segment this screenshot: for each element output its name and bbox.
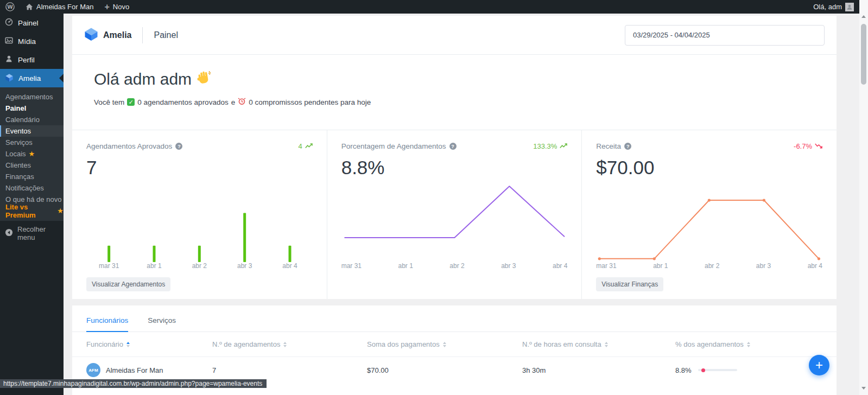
trend-up-icon [560, 142, 567, 150]
trend-badge: -6.7% [794, 142, 822, 150]
sidebar-item-painel[interactable]: Painel [0, 14, 64, 32]
progress-dot [701, 368, 705, 372]
user-avatar [845, 3, 854, 11]
svg-text:W: W [7, 4, 13, 10]
star-icon: ★ [29, 150, 35, 157]
sidebar-item-perfil[interactable]: Perfil [0, 50, 64, 69]
sort-icon [605, 342, 608, 347]
tab-servicos[interactable]: Serviços [148, 316, 176, 332]
sidebar-item-amelia[interactable]: Amelia [0, 69, 64, 87]
collapse-menu-button[interactable]: Recolher menu [0, 226, 64, 240]
amelia-logo-icon [84, 27, 98, 43]
consult-hours: 3h 30m [522, 366, 675, 374]
submenu-item-lite-vs-premium[interactable]: Lite vs Premium★ [0, 205, 64, 216]
page-scrollbar[interactable] [859, 0, 868, 395]
employee-avatar: AFM [86, 363, 100, 377]
active-menu-arrow [55, 74, 64, 82]
header-divider [142, 27, 143, 43]
tab-funcionarios[interactable]: Funcionários [86, 316, 128, 332]
submenu-item-agendamentos[interactable]: Agendamentos [0, 91, 64, 103]
column-header-funcionario[interactable]: Funcionário [86, 340, 212, 348]
submenu-item-painel[interactable]: Painel [0, 103, 64, 114]
site-name-link[interactable]: Almeidas For Man [20, 0, 99, 14]
table-header-row: Funcionário N.º de agendamentos Soma dos… [72, 332, 837, 357]
submenu-item-clientes[interactable]: Clientes [0, 160, 64, 171]
greeting-title: Olá adm adm [94, 70, 837, 88]
revenue-line-chart[interactable] [596, 180, 822, 262]
dashboard-card: Amelia Painel Olá adm adm [72, 16, 837, 299]
stat-value: 7 [86, 157, 313, 178]
submenu-item-locais[interactable]: Locais★ [0, 148, 64, 160]
stat-value: $70.00 [596, 157, 822, 178]
submenu-item-calendario[interactable]: Calendário [0, 114, 64, 125]
stat-card-approved-appointments: Agendamentos Aprovados ? 4 7 mar 31abr 1… [72, 130, 327, 299]
page-title: Painel [154, 30, 178, 40]
stat-title: Receita [596, 142, 621, 150]
site-name-label: Almeidas For Man [36, 3, 93, 11]
help-icon[interactable]: ? [449, 143, 457, 150]
sidebar-item-label: Perfil [18, 56, 35, 64]
column-header-agendamentos[interactable]: N.º de agendamentos [212, 340, 367, 348]
payments-sum: $70.00 [367, 366, 522, 374]
scroll-down-arrow-icon[interactable] [861, 387, 866, 390]
sort-icon [283, 342, 287, 347]
trend-down-icon [815, 142, 822, 150]
stat-card-revenue: Receita ? -6.7% $70.00 mar 31abr 1abr 2a… [581, 130, 837, 299]
amelia-submenu: Agendamentos Painel Calendário Eventos S… [0, 87, 64, 221]
scroll-up-arrow-icon[interactable] [861, 15, 866, 18]
alarm-clock-icon [238, 97, 246, 107]
approved-appointments-bar-chart[interactable] [86, 180, 313, 262]
chart-x-axis-labels: mar 31abr 1abr 2abr 3abr 4 [596, 262, 822, 271]
new-content-button[interactable]: + Novo [99, 0, 135, 14]
sort-icon [747, 342, 750, 347]
add-new-fab-button[interactable]: + [809, 355, 829, 375]
waving-hand-icon [195, 69, 213, 90]
submenu-item-servicos[interactable]: Serviços [0, 137, 64, 148]
appointments-percent-cell: 8.8% [675, 366, 822, 374]
appointments-count: 7 [212, 366, 367, 374]
view-finances-button[interactable]: Visualizar Finanças [596, 277, 663, 291]
new-label: Novo [113, 3, 129, 11]
amelia-brand: Amelia [84, 27, 131, 43]
wp-logo-button[interactable]: W [0, 0, 20, 14]
view-appointments-button[interactable]: Visualizar Agendamentos [86, 277, 170, 291]
check-mark-icon: ✓ [127, 98, 135, 106]
star-icon: ★ [57, 207, 64, 214]
sort-icon [126, 342, 130, 347]
employee-name: Almeidas For Man [106, 366, 163, 374]
user-icon [5, 55, 13, 65]
submenu-item-notificacoes[interactable]: Notificações [0, 182, 64, 194]
wordpress-logo-icon: W [5, 2, 15, 11]
trend-up-icon [305, 142, 313, 150]
dashboard-icon [5, 18, 13, 28]
appointments-percentage-line-chart[interactable] [341, 180, 568, 262]
admin-bar-right: Olá, adm [808, 0, 859, 14]
scrollbar-thumb[interactable] [861, 24, 866, 85]
help-icon[interactable]: ? [624, 143, 631, 150]
employee-cell: AFM Almeidas For Man [86, 363, 212, 377]
stat-card-appointments-percentage: Porcentagem de Agendamentos ? 133.3% 8.8… [327, 130, 582, 299]
help-icon[interactable]: ? [175, 143, 182, 150]
submenu-item-eventos[interactable]: Eventos [0, 125, 64, 137]
stat-title: Porcentagem de Agendamentos [341, 142, 446, 150]
collapse-icon [5, 228, 13, 238]
greeting-section: Olá adm adm [72, 55, 837, 130]
admin-bar-left: W Almeidas For Man + Novo [0, 0, 135, 14]
sidebar-item-label: Mídia [18, 37, 36, 46]
button-placeholder [341, 277, 568, 291]
collapse-label: Recolher menu [17, 225, 64, 241]
column-header-percentual[interactable]: % dos agendamentos [675, 340, 822, 348]
trend-badge: 133.3% [533, 142, 567, 150]
column-header-horas[interactable]: N.º de horas em consulta [522, 340, 675, 348]
account-menu-link[interactable]: Olá, adm [808, 0, 859, 14]
wp-admin-bar: W Almeidas For Man + Novo Olá, adm [0, 0, 859, 14]
main-content: Amelia Painel Olá adm adm [64, 14, 859, 395]
sort-icon [443, 342, 446, 347]
plus-icon: + [104, 3, 109, 11]
submenu-item-financas[interactable]: Finanças [0, 171, 64, 182]
date-range-input[interactable] [625, 25, 825, 46]
column-header-pagamentos[interactable]: Soma dos pagamentos [367, 340, 522, 348]
sidebar-item-midia[interactable]: Mídia [0, 32, 64, 50]
stat-title: Agendamentos Aprovados [86, 142, 172, 150]
trend-badge: 4 [298, 142, 312, 150]
